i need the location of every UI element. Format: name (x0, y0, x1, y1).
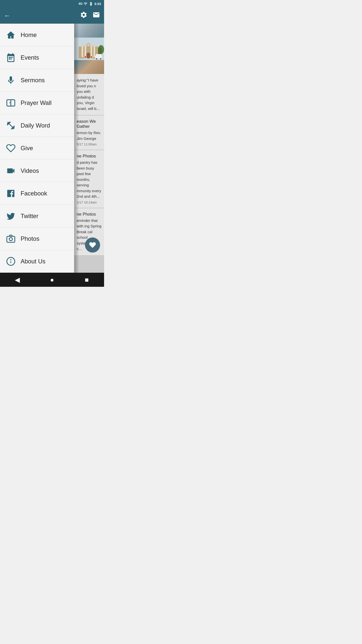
time-display: 6:53 (95, 2, 101, 6)
svg-rect-23 (94, 47, 95, 57)
sermon-title: eason We Gather (77, 119, 102, 129)
sidebar-item-give[interactable]: Give (0, 137, 74, 159)
header-left: ← (4, 12, 11, 20)
settings-button[interactable] (80, 11, 87, 20)
sidebar-item-prayer-wall[interactable]: ✝ Prayer Wall (0, 92, 74, 114)
main-container: Home Events (0, 24, 104, 273)
asterisk-icon (5, 120, 17, 131)
svg-rect-22 (90, 47, 92, 57)
sidebar-item-daily-word-label: Daily Word (21, 122, 50, 129)
battery-icon (88, 2, 94, 6)
svg-rect-20 (82, 47, 83, 57)
calendar-icon (5, 52, 17, 63)
news1-section[interactable]: ne Photos d pantry has been busy past fe… (74, 150, 104, 208)
svg-rect-25 (86, 53, 90, 59)
sidebar-item-facebook[interactable]: Facebook (0, 182, 74, 205)
sidebar-item-sermons[interactable]: Sermons (0, 69, 74, 92)
svg-rect-1 (10, 57, 12, 58)
verse-text: aying:"I have loved you n you with unfai… (77, 77, 102, 111)
news1-text: d pantry has been busy past few months, … (77, 160, 102, 199)
bottom-nav: ◀ ● ■ (0, 273, 104, 287)
sermon-subtitle: ermon by Rev. Jim George (77, 130, 102, 141)
sidebar-item-videos[interactable]: Videos (0, 159, 74, 182)
svg-rect-4 (10, 58, 12, 60)
svg-point-29 (96, 58, 97, 59)
twitter-icon (5, 210, 17, 222)
svg-rect-2 (12, 57, 13, 58)
sidebar-item-daily-word[interactable]: Daily Word (0, 114, 74, 137)
prayer-icon: ✝ (5, 97, 17, 109)
sidebar-item-events-label: Events (21, 54, 39, 61)
sidebar-item-home-label: Home (21, 31, 37, 38)
network-indicator: 4G (78, 2, 82, 6)
sidebar-item-sermons-label: Sermons (21, 77, 45, 84)
info-icon (5, 256, 17, 267)
news1-title: ne Photos (77, 154, 102, 159)
svg-rect-0 (9, 57, 10, 58)
nav-recent-button[interactable]: ■ (79, 275, 94, 285)
sidebar-item-about-us[interactable]: About Us (0, 250, 74, 273)
sidebar-item-prayer-wall-label: Prayer Wall (21, 99, 52, 106)
back-button[interactable]: ← (4, 12, 11, 20)
church-image (74, 24, 104, 74)
sidebar-item-give-label: Give (21, 145, 33, 152)
news1-date: 1/17 10:14am (77, 200, 102, 204)
heart-icon (5, 142, 17, 154)
content-area: aying:"I have loved you n you with unfai… (74, 24, 104, 273)
microphone-icon (5, 74, 17, 86)
sidebar-item-photos-label: Photos (21, 235, 39, 242)
svg-point-30 (100, 58, 101, 59)
svg-point-10 (9, 237, 13, 241)
svg-rect-27 (95, 56, 102, 59)
sidebar-item-twitter[interactable]: Twitter (0, 205, 74, 227)
status-icons: 4G 6:53 (78, 2, 101, 6)
sidebar-item-events[interactable]: Events (0, 46, 74, 69)
sidebar-item-home[interactable]: Home (0, 24, 74, 46)
sidebar: Home Events (0, 24, 74, 273)
sidebar-item-about-us-label: About Us (21, 258, 46, 265)
signal-icon (83, 2, 87, 6)
svg-text:✝: ✝ (9, 101, 11, 104)
video-icon (5, 165, 17, 177)
facebook-icon (5, 188, 17, 199)
fab-heart-button[interactable] (85, 237, 100, 253)
sermon-date: 5/17 11:00am (77, 142, 102, 146)
verse-section: aying:"I have loved you n you with unfai… (74, 74, 104, 115)
header: ← (0, 8, 104, 24)
svg-point-31 (85, 56, 86, 58)
header-right (80, 11, 100, 20)
sidebar-item-twitter-label: Twitter (21, 213, 38, 220)
nav-home-button[interactable]: ● (44, 275, 60, 285)
sidebar-item-photos[interactable]: Photos (0, 227, 74, 250)
home-icon (5, 29, 17, 41)
svg-rect-21 (85, 47, 86, 57)
svg-rect-3 (9, 58, 10, 60)
news2-title: ne Photos (77, 212, 102, 217)
sidebar-item-videos-label: Videos (21, 167, 39, 174)
nav-back-button[interactable]: ◀ (10, 275, 25, 285)
mail-button[interactable] (93, 11, 100, 20)
status-bar: 4G 6:53 (0, 0, 104, 8)
camera-icon (5, 233, 17, 245)
sidebar-item-facebook-label: Facebook (21, 190, 47, 197)
svg-rect-28 (96, 54, 101, 56)
sermon-section[interactable]: eason We Gather ermon by Rev. Jim George… (74, 115, 104, 150)
svg-point-32 (90, 56, 92, 58)
